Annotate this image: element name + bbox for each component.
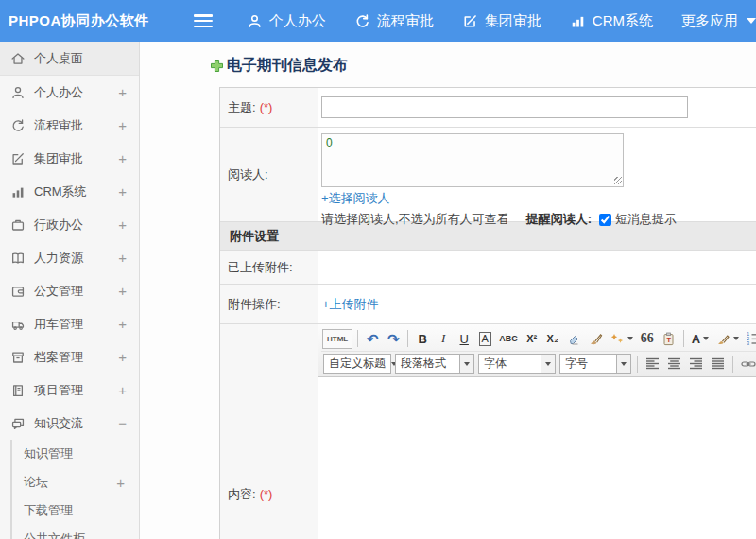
- paragraph-format-select[interactable]: 段落格式: [395, 354, 474, 374]
- underline-button[interactable]: U: [455, 329, 473, 349]
- format-brush-button[interactable]: [586, 329, 606, 349]
- nav-personal-office[interactable]: 个人办公: [247, 12, 326, 30]
- sidebar-knowledge-subgroup: 知识管理 论坛 + 下载管理 公共文件柜: [10, 440, 139, 539]
- top-nav: 个人办公 流程审批 集团审批 CRM系统 更多应用: [247, 12, 756, 30]
- subject-row: 主题: (*): [220, 88, 756, 128]
- home-icon: [10, 51, 26, 66]
- sidebar-item-knowledge[interactable]: 知识交流 −: [0, 407, 139, 440]
- font-family-select[interactable]: 字体: [478, 354, 556, 374]
- ordered-list-icon: 123: [747, 332, 756, 345]
- auto-format-button[interactable]: [608, 329, 636, 349]
- sidebar-item-personal-office[interactable]: 个人办公 +: [0, 76, 139, 109]
- select-readers-link[interactable]: +选择阅读人: [321, 190, 390, 207]
- link-icon: [741, 357, 756, 371]
- sidebar-subitem-public-cabinet[interactable]: 公共文件柜: [12, 525, 139, 539]
- remind-readers-label: 提醒阅读人:: [526, 211, 592, 228]
- sidebar-item-group-approval[interactable]: 集团审批 +: [0, 142, 139, 175]
- sidebar-item-desktop[interactable]: 个人桌面: [0, 42, 139, 76]
- align-right-button[interactable]: [686, 354, 706, 374]
- readers-textarea[interactable]: 0: [321, 133, 624, 187]
- caret-down-icon: [459, 355, 473, 373]
- subscript-button[interactable]: X₂: [543, 329, 562, 349]
- uploaded-attachments-row: 已上传附件:: [220, 251, 756, 285]
- caret-down-icon: [627, 337, 633, 340]
- bar-chart-icon: [10, 184, 26, 200]
- sidebar-subitem-downloads[interactable]: 下载管理: [12, 496, 139, 525]
- truck-icon: [10, 317, 26, 332]
- custom-heading-select[interactable]: 自定义标题: [323, 354, 391, 374]
- attachment-ops-label: 附件操作:: [228, 296, 281, 313]
- sidebar-item-admin-office[interactable]: 行政办公 +: [0, 208, 139, 241]
- eraser-icon: [567, 332, 581, 346]
- sms-notify-label: 短消息提示: [615, 211, 677, 228]
- hamburger-menu-icon[interactable]: [194, 14, 213, 27]
- align-left-button[interactable]: [643, 354, 662, 374]
- strikethrough-button[interactable]: ABC: [496, 329, 521, 349]
- caret-down-icon: [733, 337, 739, 340]
- chat-bubbles-icon: [10, 416, 26, 431]
- subject-input[interactable]: [321, 96, 688, 118]
- insert-link-button[interactable]: [738, 354, 756, 374]
- font-color-button[interactable]: A: [689, 329, 712, 349]
- upload-attachment-link[interactable]: +上传附件: [322, 296, 379, 313]
- edit-icon: [10, 151, 26, 166]
- eraser-button[interactable]: [564, 329, 584, 349]
- caret-down-icon: [616, 355, 630, 373]
- ordered-list-button[interactable]: 123: [744, 329, 756, 349]
- main-content: 电子期刊信息发布 主题: (*) 阅读人:: [140, 42, 756, 539]
- italic-button[interactable]: I: [434, 329, 453, 349]
- align-center-button[interactable]: [664, 354, 684, 374]
- required-mark: (*): [260, 487, 273, 501]
- sidebar-item-hr[interactable]: 人力资源 +: [0, 241, 139, 274]
- page-title: 电子期刊信息发布: [210, 55, 756, 76]
- font-style-button[interactable]: A: [475, 329, 494, 349]
- highlight-color-button[interactable]: [713, 329, 742, 349]
- caret-down-icon: [541, 355, 555, 373]
- required-mark: (*): [260, 100, 273, 114]
- superscript-button[interactable]: X²: [523, 329, 541, 349]
- svg-text:3: 3: [747, 341, 750, 345]
- undo-button[interactable]: ↶: [363, 329, 382, 349]
- readers-hint: 请选择阅读人,不选为所有人可查看: [321, 211, 509, 228]
- sms-notify-checkbox[interactable]: [599, 214, 611, 226]
- font-size-select[interactable]: 字号: [559, 354, 631, 374]
- sidebar-item-crm[interactable]: CRM系统 +: [0, 175, 139, 208]
- align-justify-button[interactable]: [708, 354, 728, 374]
- highlighter-icon: [716, 332, 730, 346]
- book-icon: [10, 251, 26, 266]
- redo-button[interactable]: ↷: [384, 329, 403, 349]
- editor-content-area[interactable]: [318, 377, 756, 539]
- person-icon: [247, 13, 263, 29]
- align-left-icon: [645, 357, 660, 370]
- readers-label: 阅读人:: [228, 166, 268, 183]
- sidebar-item-vehicle[interactable]: 用车管理 +: [0, 307, 139, 340]
- align-center-icon: [667, 357, 681, 370]
- sidebar-item-documents[interactable]: 公文管理 +: [0, 274, 139, 307]
- person-icon: [10, 85, 26, 100]
- caret-down-icon: [747, 18, 756, 24]
- sidebar-subitem-knowledge-mgmt[interactable]: 知识管理: [12, 440, 139, 468]
- attachment-ops-row: 附件操作: +上传附件: [220, 285, 756, 324]
- redo-icon: ↷: [387, 332, 400, 346]
- cycle-icon: [354, 13, 370, 29]
- html-source-button[interactable]: HTML: [322, 329, 352, 349]
- align-right-icon: [689, 357, 703, 370]
- editor-toolbar: HTML ↶ ↷ B I U A ABC X²: [318, 324, 756, 377]
- blockquote-button[interactable]: 66: [638, 329, 657, 349]
- briefcase-icon: [10, 217, 26, 233]
- sidebar-subitem-forum[interactable]: 论坛 +: [12, 468, 139, 496]
- wallet-folder-icon: [10, 284, 26, 299]
- sparkle-wand-icon: [610, 332, 625, 346]
- sidebar-item-archives[interactable]: 档案管理 +: [0, 340, 139, 374]
- sidebar: 个人桌面 个人办公 + 流程审批 + 集团审批 + CRM系统 + 行政办公 +: [0, 42, 140, 539]
- nav-workflow-approval[interactable]: 流程审批: [354, 12, 434, 30]
- nav-more-apps[interactable]: 更多应用: [681, 12, 756, 30]
- bold-button[interactable]: B: [413, 329, 432, 349]
- sidebar-item-projects[interactable]: 项目管理 +: [0, 374, 139, 407]
- nav-group-approval[interactable]: 集团审批: [462, 12, 541, 30]
- sidebar-item-workflow-approval[interactable]: 流程审批 +: [0, 109, 139, 142]
- nav-crm-system[interactable]: CRM系统: [570, 12, 653, 30]
- cycle-icon: [10, 118, 26, 133]
- paste-button[interactable]: T: [659, 329, 679, 349]
- edit-icon: [462, 13, 478, 29]
